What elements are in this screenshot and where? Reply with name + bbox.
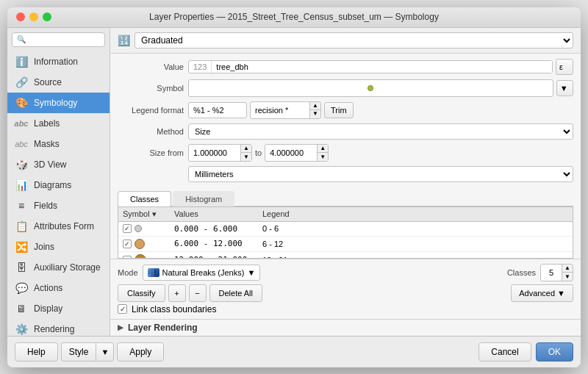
- section-arrow-icon: ▶: [118, 323, 123, 331]
- size-from-input[interactable]: [189, 145, 240, 161]
- value-field-input[interactable]: [212, 61, 552, 73]
- sidebar-item-source[interactable]: 🔗 Source: [7, 72, 110, 93]
- footer-right: Cancel OK: [478, 342, 573, 362]
- style-button-group: Style ▼: [61, 342, 115, 362]
- legend-precision-input[interactable]: [251, 102, 309, 118]
- ok-button[interactable]: OK: [536, 342, 573, 362]
- classes-input-box: ▲ ▼: [540, 264, 573, 281]
- tabs-row: Classes Histogram: [118, 190, 573, 206]
- row2-values: 6.000 - 12.000: [170, 238, 258, 249]
- sidebar-item-display[interactable]: 🖥 Display: [7, 298, 110, 319]
- sidebar-item-information[interactable]: ℹ️ Information: [7, 51, 110, 72]
- sidebar-items-list: ℹ️ Information 🔗 Source 🎨 Symbology abc …: [7, 51, 110, 336]
- size-from-down-button[interactable]: ▼: [241, 153, 251, 161]
- advanced-button[interactable]: Advanced ▼: [511, 284, 573, 302]
- classes-down-button[interactable]: ▼: [562, 273, 573, 281]
- sidebar-item-fields[interactable]: ≡ Fields: [7, 195, 110, 216]
- row2-checkbox[interactable]: [123, 240, 132, 248]
- sidebar-item-label: Attributes Form: [34, 221, 94, 231]
- size-from-row: Size from ▲ ▼ to: [118, 142, 573, 164]
- classes-input[interactable]: [541, 265, 562, 281]
- style-dropdown-button[interactable]: ▼: [96, 342, 114, 362]
- traffic-lights: [16, 12, 51, 21]
- symbol-edit-button[interactable]: ▼: [556, 80, 573, 96]
- sidebar-item-joins[interactable]: 🔀 Joins: [7, 237, 110, 257]
- sidebar-item-labels[interactable]: abc Labels: [7, 113, 110, 134]
- advanced-dropdown-icon: ▼: [557, 289, 565, 298]
- unit-select[interactable]: Millimeters: [188, 166, 573, 182]
- tab-classes[interactable]: Classes: [118, 191, 171, 206]
- legend-format-row: Legend format ▲ ▼ Trim: [118, 99, 573, 121]
- unit-control: Millimeters: [188, 166, 573, 182]
- sidebar-item-actions[interactable]: 💬 Actions: [7, 278, 110, 298]
- precision-up-button[interactable]: ▲: [310, 102, 320, 110]
- fields-icon: ≡: [15, 199, 28, 212]
- svg-rect-2: [154, 270, 157, 276]
- sidebar-item-diagrams[interactable]: 📊 Diagrams: [7, 175, 110, 195]
- trim-button[interactable]: Trim: [324, 102, 354, 118]
- sidebar: 🔍 ℹ️ Information 🔗 Source 🎨 Symbology ab…: [7, 28, 110, 336]
- sidebar-item-auxiliary-storage[interactable]: 🗄 Auxiliary Storage: [7, 257, 110, 278]
- size-to-up-button[interactable]: ▲: [318, 145, 328, 153]
- sidebar-item-rendering[interactable]: ⚙️ Rendering: [7, 319, 110, 336]
- method-select[interactable]: Size: [188, 123, 573, 140]
- sidebar-item-3d-view[interactable]: 🎲 3D View: [7, 154, 110, 175]
- legend-format-label: Legend format: [118, 106, 184, 115]
- layer-rendering-header[interactable]: ▶ Layer Rendering: [118, 323, 573, 333]
- precision-down-button[interactable]: ▼: [310, 110, 320, 118]
- sidebar-item-label: Actions: [34, 283, 62, 293]
- table-row[interactable]: 0.000 - 6.000 0 - 6: [118, 222, 573, 237]
- minimize-button[interactable]: [29, 12, 38, 21]
- mode-dropdown-icon: ▼: [247, 268, 255, 277]
- mode-select-box[interactable]: Natural Breaks (Jenks) ▼: [143, 265, 261, 281]
- size-from-up-button[interactable]: ▲: [241, 145, 251, 153]
- classes-label: Classes: [507, 268, 536, 277]
- window-title: Layer Properties — 2015_Street_Tree_Cens…: [149, 12, 439, 22]
- sidebar-item-masks[interactable]: abc Masks: [7, 134, 110, 154]
- method-label: Method: [118, 127, 184, 136]
- tab-histogram[interactable]: Histogram: [173, 191, 234, 206]
- method-row: Method Size: [118, 121, 573, 142]
- close-button[interactable]: [16, 12, 25, 21]
- table-row[interactable]: 12.000 - 21.000 12 - 21: [118, 252, 573, 259]
- content-area: 🔍 ℹ️ Information 🔗 Source 🎨 Symbology ab…: [7, 28, 581, 336]
- value-prefix: 123: [189, 61, 212, 73]
- information-icon: ℹ️: [15, 55, 28, 68]
- sidebar-search-box[interactable]: 🔍: [12, 32, 105, 47]
- sidebar-search-input[interactable]: [29, 35, 100, 44]
- symbol-row: Symbol ▼: [118, 77, 573, 99]
- classify-button[interactable]: Classify: [118, 284, 165, 302]
- symbology-type-header: 🔢 Graduated: [110, 28, 581, 54]
- sidebar-item-label: Auxiliary Storage: [34, 262, 101, 273]
- row2-circle: [135, 239, 145, 249]
- value-expression-button[interactable]: ε: [556, 59, 573, 75]
- plus-button[interactable]: +: [168, 284, 186, 302]
- size-to-down-button[interactable]: ▼: [318, 153, 328, 161]
- size-from-buttons: ▲ ▼: [240, 145, 251, 161]
- sidebar-item-attributes-form[interactable]: 📋 Attributes Form: [7, 216, 110, 237]
- help-button[interactable]: Help: [15, 342, 58, 362]
- actions-row: Classify + − Delete All Advanced ▼: [118, 284, 573, 302]
- maximize-button[interactable]: [43, 12, 51, 21]
- sidebar-item-symbology[interactable]: 🎨 Symbology: [7, 93, 110, 113]
- style-button[interactable]: Style: [61, 342, 96, 362]
- row1-checkbox[interactable]: [123, 224, 132, 233]
- bottom-controls: Mode Natural Breaks (Jenks) ▼: [110, 259, 581, 319]
- classes-up-button[interactable]: ▲: [562, 265, 573, 273]
- to-label: to: [255, 148, 262, 157]
- unit-row: Millimeters: [118, 164, 573, 184]
- symbol-preview[interactable]: [188, 79, 553, 97]
- link-class-checkbox[interactable]: [118, 304, 127, 314]
- minus-button[interactable]: −: [189, 284, 207, 302]
- svg-rect-0: [148, 274, 151, 276]
- classes-buttons: ▲ ▼: [562, 265, 573, 281]
- size-to-input[interactable]: [265, 145, 317, 161]
- apply-button[interactable]: Apply: [117, 342, 164, 362]
- delete-all-button[interactable]: Delete All: [209, 284, 262, 302]
- labels-icon: abc: [15, 117, 28, 130]
- cancel-button[interactable]: Cancel: [478, 342, 531, 362]
- symbol-dot: [368, 85, 373, 91]
- symbology-type-select[interactable]: Graduated: [135, 32, 573, 48]
- legend-format-input[interactable]: [188, 102, 247, 118]
- table-row[interactable]: 6.000 - 12.000 6 - 12: [118, 237, 573, 252]
